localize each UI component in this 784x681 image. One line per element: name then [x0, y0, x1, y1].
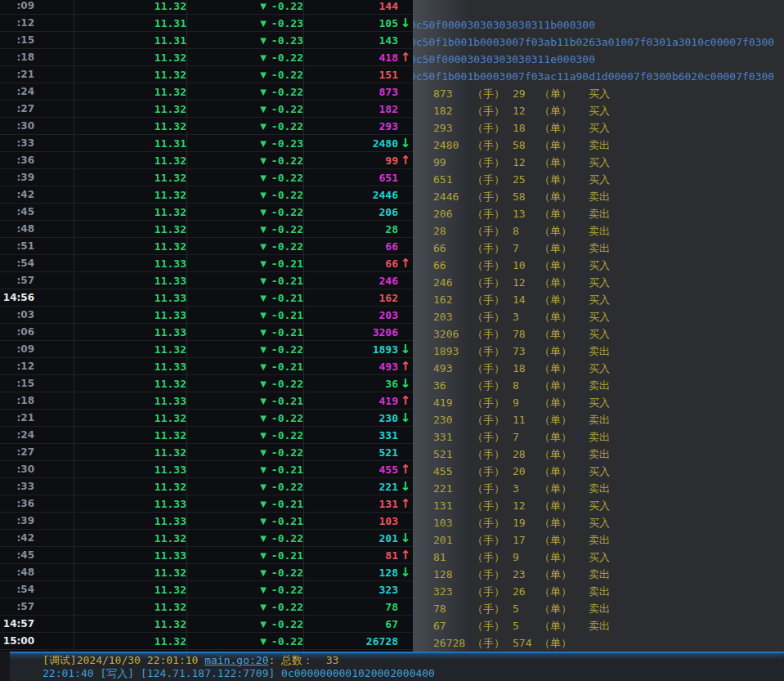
tick-volume: 128 [303, 567, 398, 579]
trade-summary-row: 331（手）7（单）卖出 [413, 428, 784, 446]
up-arrow-icon: ↑ [398, 548, 413, 562]
tick-row[interactable]: :2411.32▼-0.22873 [0, 83, 413, 101]
tick-time: 14:57 [0, 618, 34, 629]
trade-order-count: 20 [513, 463, 540, 480]
trade-volume: 651 [433, 171, 473, 188]
trade-volume: 67 [433, 617, 473, 634]
tick-price: 11.32 [34, 103, 186, 115]
tick-row[interactable]: :3611.32▼-0.2299↑ [0, 152, 413, 169]
tick-change: ▼-0.22 [186, 103, 303, 115]
tick-price: 11.32 [34, 446, 186, 459]
tick-volume: 162 [303, 292, 398, 304]
lots-label: （手） [473, 154, 513, 171]
tick-row[interactable]: :5711.33▼-0.21246 [0, 272, 413, 289]
tick-row[interactable]: :0911.32▼-0.22144 [0, 0, 413, 15]
tick-row[interactable]: 14:5611.33▼-0.21162 [0, 289, 413, 307]
trade-order-count: 3 [513, 308, 540, 325]
tick-row[interactable]: :3611.33▼-0.21131↑ [0, 495, 413, 513]
tick-row[interactable]: :3311.32▼-0.22221↓ [0, 478, 413, 495]
tick-price: 11.33 [34, 309, 186, 321]
tick-row[interactable]: :4211.32▼-0.222446 [0, 186, 413, 204]
tick-row[interactable]: :1211.31▼-0.23105↓ [0, 15, 413, 32]
tick-time: :27 [0, 103, 34, 114]
tick-change: ▼-0.22 [186, 635, 303, 647]
tick-row[interactable]: :3911.32▼-0.22651 [0, 169, 413, 186]
tick-price: 11.32 [34, 240, 186, 253]
tick-row[interactable]: :3011.33▼-0.21455↑ [0, 461, 413, 478]
trade-order-count: 14 [513, 291, 540, 308]
tick-time: :48 [0, 567, 34, 578]
trade-direction: 买入 [589, 274, 610, 291]
tick-change: ▼-0.22 [186, 155, 303, 167]
trade-summary-row: 521（手）28（单）卖出 [413, 446, 784, 463]
tick-row[interactable]: :4811.32▼-0.2228 [0, 221, 413, 238]
tick-row[interactable]: :3911.33▼-0.21103 [0, 513, 413, 530]
trade-volume: 206 [433, 205, 473, 222]
trade-volume: 103 [433, 514, 473, 531]
tick-change: ▼-0.22 [186, 584, 303, 596]
trade-order-count: 8 [513, 222, 540, 240]
tick-change-value: -0.22 [271, 240, 303, 253]
tick-row[interactable]: :1811.33▼-0.21419↑ [0, 392, 413, 410]
tick-row[interactable]: :5711.32▼-0.2278 [0, 598, 413, 616]
tick-row[interactable]: :4811.32▼-0.22128↓ [0, 564, 413, 581]
tick-change: ▼-0.22 [186, 240, 303, 253]
trade-order-count: 10 [513, 257, 540, 274]
tick-row[interactable]: 14:5711.32▼-0.2267 [0, 616, 413, 633]
tick-row[interactable]: :1511.32▼-0.2236↓ [0, 375, 413, 392]
tick-change-value: -0.22 [271, 378, 303, 390]
trade-volume: 36 [433, 377, 473, 394]
trade-volume: 2446 [433, 188, 473, 205]
tick-row[interactable]: :1811.32▼-0.22418↑ [0, 49, 413, 66]
down-triangle-icon: ▼ [260, 465, 267, 474]
down-arrow-icon: ↓ [398, 376, 413, 391]
source-file-link[interactable]: main.go:20 [204, 654, 268, 666]
lots-label: （手） [473, 480, 513, 497]
tick-row[interactable]: :2111.32▼-0.22151 [0, 66, 413, 83]
orders-label: （单） [540, 566, 589, 583]
trade-summary-row: 873（手）29（单）买入 [413, 85, 784, 102]
orders-label: （单） [540, 446, 589, 463]
tick-time: :54 [0, 258, 34, 269]
trade-volume: 323 [433, 583, 473, 600]
tick-row[interactable]: :4211.32▼-0.22201↓ [0, 530, 413, 547]
trade-order-count: 7 [513, 240, 540, 257]
trade-order-count: 17 [513, 531, 540, 549]
tick-row[interactable]: :5411.33▼-0.2166↑ [0, 255, 413, 272]
tick-row[interactable]: :0911.32▼-0.221893↓ [0, 341, 413, 358]
tick-change: ▼-0.22 [186, 532, 303, 544]
tick-price: 11.33 [34, 326, 186, 338]
tick-row[interactable]: :4511.33▼-0.2181↑ [0, 547, 413, 564]
tick-row[interactable]: :0611.33▼-0.213206 [0, 324, 413, 341]
trade-order-count: 29 [513, 85, 540, 102]
tick-time: 14:56 [0, 292, 34, 303]
tick-row[interactable]: :2711.32▼-0.22182 [0, 101, 413, 118]
trade-volume: 293 [433, 119, 473, 137]
trade-volume: 230 [433, 411, 473, 428]
tick-row[interactable]: :2411.32▼-0.22331 [0, 427, 413, 444]
tick-row[interactable]: :3011.32▼-0.22293 [0, 118, 413, 135]
tick-row[interactable]: :0311.33▼-0.21203 [0, 307, 413, 324]
orders-label: （单） [540, 617, 589, 634]
tick-row[interactable]: 15:0011.32▼-0.2226728 [0, 633, 413, 650]
tick-row[interactable]: :1511.31▼-0.23143 [0, 32, 413, 49]
tick-row[interactable]: :2711.32▼-0.22521 [0, 444, 413, 461]
orders-label: （单） [540, 240, 589, 257]
tick-row[interactable]: :5111.32▼-0.2266 [0, 238, 413, 255]
trade-direction: 卖出 [589, 531, 610, 549]
tick-row[interactable]: :3311.31▼-0.232480↓ [0, 135, 413, 152]
tick-change-value: -0.22 [271, 532, 303, 544]
trade-summary-row: 246（手）12（单）买入 [413, 274, 784, 291]
tick-time: :12 [0, 17, 34, 29]
tick-row[interactable]: :1211.33▼-0.21493↑ [0, 358, 413, 375]
tick-change-value: -0.21 [271, 464, 303, 476]
trade-summary-row: 206（手）13（单）卖出 [413, 205, 784, 222]
tick-row[interactable]: :5411.32▼-0.22323 [0, 581, 413, 598]
tick-change-value: -0.22 [271, 86, 303, 98]
tick-change-value: -0.21 [271, 515, 303, 527]
tick-volume: 221 [303, 481, 398, 493]
down-triangle-icon: ▼ [260, 431, 267, 440]
tick-row[interactable]: :2111.32▼-0.22230↓ [0, 410, 413, 427]
tick-row[interactable]: :4511.32▼-0.22206 [0, 204, 413, 221]
tick-price: 11.33 [34, 258, 186, 270]
